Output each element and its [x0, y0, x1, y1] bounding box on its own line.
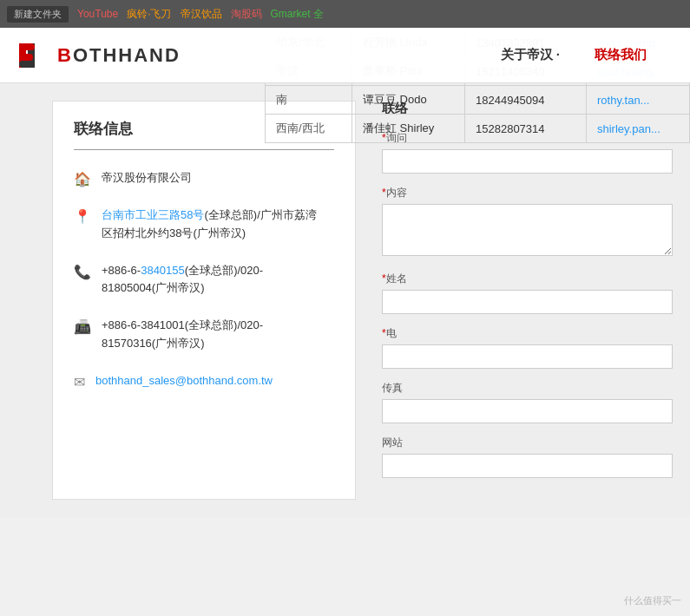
- brand1-link[interactable]: 疯铃·飞刀: [127, 7, 171, 22]
- inquiry-input[interactable]: [382, 149, 673, 174]
- website-input[interactable]: [382, 454, 673, 478]
- email-form-label: *电: [382, 326, 673, 341]
- email-link[interactable]: bothhand_sales@bothhand.com.tw: [95, 374, 273, 387]
- phone-row: 📞 +886-6-3840155(全球总部)/020-81805004(广州帝汉…: [74, 262, 334, 298]
- name-label: *姓名: [382, 272, 673, 286]
- logo: BOTHHAND: [17, 40, 181, 71]
- logo-text: BOTHHAND: [57, 44, 181, 67]
- phone-icon: 📞: [74, 264, 91, 280]
- nav-about[interactable]: 关于帝汉 ·: [492, 43, 568, 67]
- content-textarea[interactable]: [382, 204, 673, 256]
- company-row: 🏠 帝汉股份有限公司: [74, 169, 334, 187]
- youtube-link[interactable]: YouTube: [77, 8, 118, 20]
- website-label: 网站: [382, 436, 673, 450]
- email-cell: shirley.pan...: [587, 115, 690, 143]
- email-form-input[interactable]: [382, 344, 673, 369]
- fax-icon: 📠: [74, 318, 91, 335]
- green2-link[interactable]: Gmarket 全: [271, 7, 324, 22]
- phone-cell: 18244945094: [465, 86, 587, 115]
- fax-form-input[interactable]: [382, 399, 673, 423]
- phone-text: +886-6-3840155(全球总部)/020-81805004(广州帝汉): [102, 262, 263, 298]
- region-cell: 西南/西北: [266, 115, 352, 143]
- address-text: 台南市工业三路58号(全球总部)/广州市荔湾区招村北外约38号(广州帝汉): [102, 206, 317, 243]
- logo-icon: [17, 40, 49, 71]
- fax-form-field: 传真: [382, 381, 673, 423]
- name-cell: 潘佳虹 Shirley: [352, 115, 465, 143]
- company-name: 帝汉股份有限公司: [102, 169, 192, 187]
- name-cell: 谭豆豆 Dodo: [352, 86, 465, 115]
- email-row: ✉ bothhand_sales@bothhand.com.tw: [74, 372, 334, 390]
- content-field: *内容: [382, 186, 673, 259]
- main-content: 联络信息 🏠 帝汉股份有限公司 📍 台南市工业三路58号(全球总部)/广州市荔湾…: [0, 83, 690, 517]
- region-cell: 南: [266, 86, 352, 115]
- right-form: 联络 *询问 *内容 *姓名 *电 传真 网站: [356, 83, 690, 517]
- watermark: 什么值得买一: [624, 594, 681, 607]
- nav-contact[interactable]: 联络我们: [586, 43, 655, 67]
- svg-rect-3: [19, 54, 33, 61]
- new-folder-btn[interactable]: 新建文件夹: [7, 6, 69, 23]
- contact-info-divider: [74, 149, 334, 150]
- email-text: bothhand_sales@bothhand.com.tw: [95, 372, 273, 390]
- name-input[interactable]: [382, 290, 673, 314]
- email-icon: ✉: [74, 374, 85, 390]
- pin-icon: 📍: [74, 208, 91, 225]
- svg-rect-2: [19, 43, 35, 50]
- brand2-link[interactable]: 帝汉饮品: [181, 7, 222, 22]
- phone-cell: 15282807314: [465, 115, 587, 143]
- table-row: 南 谭豆豆 Dodo 18244945094 rothy.tan...: [266, 86, 690, 115]
- email-cell: rothy.tan...: [587, 86, 690, 115]
- fax-text: +886-6-3841001(全球总部)/020-81570316(广州帝汉): [102, 317, 263, 353]
- nav-overlays: 关于帝汉 · 联络我们: [492, 28, 655, 82]
- fax-row: 📠 +886-6-3841001(全球总部)/020-81570316(广州帝汉…: [74, 317, 334, 353]
- svg-rect-4: [19, 61, 35, 68]
- content-label: *内容: [382, 186, 673, 200]
- green1-link[interactable]: 淘股码: [231, 7, 262, 22]
- top-bar: 新建文件夹 YouTube 疯铃·飞刀 帝汉饮品 淘股码 Gmarket 全: [0, 0, 690, 28]
- contact-info-box: 联络信息 🏠 帝汉股份有限公司 📍 台南市工业三路58号(全球总部)/广州市荔湾…: [52, 101, 356, 500]
- name-field: *姓名: [382, 272, 673, 314]
- home-icon: 🏠: [74, 171, 91, 187]
- table-row: 西南/西北 潘佳虹 Shirley 15282807314 shirley.pa…: [266, 115, 690, 143]
- website-field: 网站: [382, 436, 673, 478]
- fax-form-label: 传真: [382, 381, 673, 396]
- email-form-field: *电: [382, 326, 673, 369]
- header: BOTHHAND 关于帝汉 · 联络我们: [0, 28, 690, 83]
- address-row: 📍 台南市工业三路58号(全球总部)/广州市荔湾区招村北外约38号(广州帝汉): [74, 206, 334, 243]
